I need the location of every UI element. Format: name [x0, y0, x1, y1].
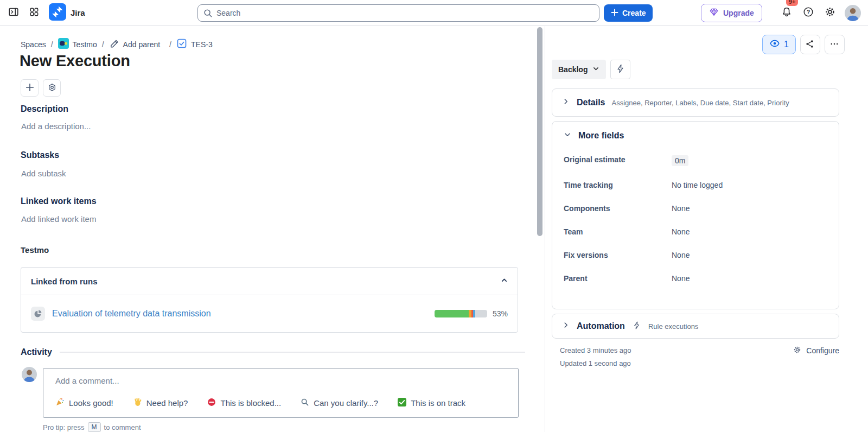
testmo-project-icon — [58, 38, 69, 50]
pane-divider — [545, 26, 545, 432]
details-title: Details — [577, 98, 605, 107]
notifications-button[interactable] — [777, 4, 796, 22]
sidebar-toggle-button[interactable] — [4, 4, 23, 22]
status-label: Backlog — [558, 65, 588, 74]
breadcrumb-project-testmo[interactable]: Testmo — [58, 38, 97, 50]
quick-reply-clarify[interactable]: Can you clarify...? — [301, 397, 378, 408]
automation-header[interactable]: Automation Rule executions — [552, 314, 839, 338]
more-fields-header[interactable]: More fields — [562, 131, 829, 141]
lightning-bolt-icon — [615, 63, 626, 75]
sidebar-expand-icon — [8, 6, 20, 20]
top-navigation-bar: Jira Create Upgrade — [0, 0, 868, 26]
keyboard-shortcut-key: M — [88, 422, 101, 432]
comment-editor[interactable]: Add a comment... Looks good! Need help? … — [43, 368, 519, 418]
watch-button[interactable]: 1 — [762, 35, 796, 54]
issue-title[interactable]: New Execution — [20, 52, 130, 70]
quick-reply-label: Need help? — [146, 398, 188, 408]
linked-run-link[interactable]: Evaluation of telemetry data transmissio… — [52, 309, 211, 319]
plus-icon — [610, 8, 619, 18]
hexagon-nut-icon — [47, 82, 57, 94]
breadcrumb-add-parent-label: Add parent — [123, 40, 161, 49]
field-value[interactable]: None — [672, 204, 829, 213]
progress-segment-untested — [475, 310, 487, 317]
issue-meta: Created 3 minutes ago Updated 1 second a… — [560, 344, 631, 370]
ellipsis-icon — [829, 39, 839, 50]
no-entry-icon — [207, 398, 216, 408]
field-value[interactable]: None — [672, 251, 829, 259]
watch-count: 1 — [784, 40, 789, 49]
app-grid-icon — [29, 7, 40, 19]
configure-button[interactable]: Configure — [793, 345, 839, 356]
comment-user-avatar — [22, 367, 37, 382]
activity-divider — [60, 352, 525, 353]
automation-panel: Automation Rule executions — [552, 314, 839, 339]
field-label: Components — [564, 204, 672, 213]
quick-reply-looks-good[interactable]: Looks good! — [55, 397, 113, 408]
details-panel-header[interactable]: Details Assignee, Reporter, Labels, Due … — [552, 89, 839, 116]
quick-reply-label: This is blocked... — [220, 398, 281, 408]
field-label: Time tracking — [564, 181, 672, 189]
upgrade-button[interactable]: Upgrade — [701, 4, 762, 22]
add-subtask-link[interactable]: Add subtask — [21, 169, 66, 178]
activity-header: Activity — [21, 347, 525, 357]
created-timestamp: Created 3 minutes ago — [560, 344, 631, 357]
quick-reply-chips: Looks good! Need help? This is blocked..… — [55, 397, 506, 408]
linked-from-runs-title: Linked from runs — [31, 277, 98, 286]
gear-icon — [824, 6, 836, 20]
quick-reply-label: Can you clarify...? — [314, 398, 378, 408]
gem-icon — [709, 7, 719, 18]
add-field-button[interactable] — [21, 79, 39, 97]
task-checkbox-icon — [176, 38, 187, 50]
breadcrumb-add-parent[interactable]: Add parent — [109, 39, 161, 50]
field-value[interactable]: No time logged — [672, 181, 829, 189]
lightning-bolt-icon — [632, 321, 641, 332]
jira-home-link[interactable]: Jira — [49, 3, 85, 23]
field-value[interactable]: None — [672, 274, 829, 283]
help-button[interactable]: ? — [799, 4, 818, 22]
automation-quick-button[interactable] — [610, 60, 630, 79]
linked-run-row: Evaluation of telemetry data transmissio… — [21, 295, 518, 332]
issue-actions: 1 — [762, 35, 845, 54]
quick-reply-on-track[interactable]: This is on track — [398, 397, 465, 408]
breadcrumb-spaces[interactable]: Spaces — [21, 40, 46, 49]
more-fields-panel: More fields Original estimate 0m Time tr… — [552, 121, 839, 309]
quick-reply-label: This is on track — [411, 398, 465, 408]
more-actions-button[interactable] — [825, 35, 845, 54]
chevron-right-icon — [562, 98, 570, 107]
create-button[interactable]: Create — [604, 4, 653, 22]
run-progress: 53% — [435, 309, 508, 318]
status-dropdown[interactable]: Backlog — [552, 60, 606, 79]
description-placeholder[interactable]: Add a description... — [21, 122, 91, 131]
field-value[interactable]: None — [672, 227, 829, 236]
chevron-up-icon — [501, 276, 508, 286]
chevron-down-icon — [592, 65, 599, 74]
party-popper-icon — [55, 397, 65, 408]
upgrade-button-label: Upgrade — [723, 9, 754, 17]
run-progress-bar — [435, 310, 487, 317]
breadcrumb-issue-key[interactable]: TES-3 — [176, 38, 213, 50]
topbar-left-group: Jira — [4, 0, 85, 26]
notifications-wrapper: 9+ — [777, 4, 796, 22]
breadcrumb-separator: / — [51, 40, 53, 49]
comment-placeholder[interactable]: Add a comment... — [55, 376, 506, 385]
user-avatar[interactable] — [845, 5, 861, 21]
apps-settings-button[interactable] — [43, 79, 61, 97]
quick-reply-need-help[interactable]: Need help? — [133, 397, 188, 408]
linked-from-runs-header[interactable]: Linked from runs — [21, 268, 518, 295]
bell-icon — [781, 6, 793, 20]
pro-tip-suffix: to comment — [104, 423, 141, 431]
chevron-right-icon — [562, 321, 570, 331]
app-switcher-button[interactable] — [25, 4, 43, 22]
field-value[interactable]: 0m — [672, 155, 829, 166]
jira-issue-page: Jira Create Upgrade — [0, 0, 868, 432]
topbar-right-group: Upgrade 9+ ? — [701, 0, 861, 26]
search-input[interactable] — [197, 4, 599, 22]
quick-reply-blocked[interactable]: This is blocked... — [207, 397, 281, 408]
vertical-scrollbar-thumb[interactable] — [537, 27, 542, 236]
field-label: Team — [564, 227, 672, 236]
settings-button[interactable] — [821, 4, 839, 22]
more-fields-title: More fields — [578, 131, 624, 141]
share-button[interactable] — [800, 35, 820, 54]
add-linked-work-item-link[interactable]: Add linked work item — [21, 214, 96, 224]
testmo-section-heading: Testmo — [21, 245, 49, 255]
